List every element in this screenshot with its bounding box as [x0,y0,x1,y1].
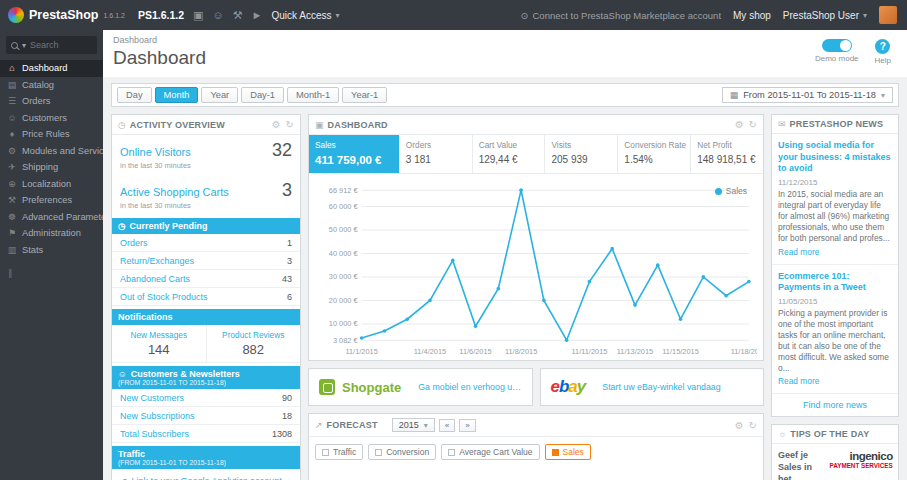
filter-month-1-button[interactable]: Month-1 [287,87,339,103]
returns-link[interactable]: Return/Exchanges [120,256,194,266]
kpi-label: Net Profit [697,140,757,150]
filter-day-1-button[interactable]: Day-1 [241,87,284,103]
out-of-stock-link[interactable]: Out of Stock Products [120,292,208,302]
help-button[interactable]: ? Help [875,39,891,65]
news-article-title-link[interactable]: Ecommerce 101: Payments in a Tweet [778,271,892,294]
product-reviews-cell[interactable]: Product Reviews 882 [206,325,301,362]
news-article: Ecommerce 101: Payments in a Tweet 11/05… [772,265,898,395]
cart-icon[interactable]: ▣ [193,9,203,22]
forecast-prev-button[interactable]: « [439,419,455,432]
rocket-icon[interactable]: ► [252,9,263,21]
kpi-cart-value-tab[interactable]: Cart Value 129,44 € [473,135,546,173]
kpi-sales-tab[interactable]: Sales 411 759,00 € [309,135,400,173]
kpi-orders-tab[interactable]: Orders 3 181 [400,135,473,173]
legend-dot-icon [715,188,722,195]
gear-icon[interactable]: ⚙ [735,420,744,431]
sidebar-item-advanced-parameters[interactable]: ☸Advanced Parameters [0,209,103,226]
user-name: PrestaShop User [783,10,859,21]
chart-legend[interactable]: Sales [715,186,747,196]
ebay-link[interactable]: Start uw eBay-winkel vandaag [602,382,720,392]
date-range-picker[interactable]: ▦ From 2015-11-01 To 2015-11-18 ▾ [722,87,893,103]
forecast-year-select[interactable]: 2015 ▾ [392,418,435,432]
prestashop-logo[interactable]: PrestaShop 1.6.1.2 [8,7,125,23]
sidebar-item-label: Stats [22,245,43,255]
wrench-icon[interactable]: ⚒ [233,9,243,22]
sidebar-item-orders[interactable]: ☰Orders [0,93,103,110]
new-customers-link[interactable]: New Customers [120,393,184,403]
globe-icon: ⊕ [7,179,17,189]
sidebar-item-label: Preferences [22,195,72,205]
kpi-label: Orders [406,140,466,150]
news-panel-header: ✉ PRESTASHOP NEWS [772,115,898,134]
forecast-sales-toggle[interactable]: Sales [545,444,591,460]
demo-mode-toggle[interactable]: Demo mode [815,39,859,63]
forecast-next-button[interactable]: » [459,419,475,432]
read-more-link[interactable]: Read more [778,247,819,257]
pending-orders-link[interactable]: Orders [120,238,148,248]
kpi-net-profit-tab[interactable]: Net Profit 148 918,51 € [691,135,763,173]
forecast-traffic-toggle[interactable]: Traffic [315,444,363,460]
sidebar-search[interactable]: ▾ [6,36,97,54]
search-input[interactable] [30,40,88,50]
shopgate-link[interactable]: Ga mobiel en verhoog uw omzet [418,382,521,392]
google-analytics-link[interactable]: ↗ Link to your Google Analytics account [112,469,300,480]
kpi-visits-tab[interactable]: Visits 205 939 [545,135,618,173]
catalog-icon: ▤ [7,80,17,90]
sidebar-item-label: Advanced Parameters [22,212,103,222]
user-menu[interactable]: PrestaShop User ▾ [783,10,867,21]
filter-month-button[interactable]: Month [155,87,199,103]
sidebar-item-shipping[interactable]: ✈Shipping [0,159,103,176]
new-subscriptions-link[interactable]: New Subscriptions [120,411,195,421]
avatar[interactable] [879,6,897,24]
gear-icon[interactable]: ⚙ [272,119,281,130]
kpi-conversion-rate-tab[interactable]: Conversion Rate 1.54% [618,135,691,173]
gear-icon[interactable]: ⚙ [735,119,744,130]
forecast-legend: Traffic Conversion Average Cart Value [309,437,763,467]
news-article-title-link[interactable]: Using social media for your business: 4 … [778,140,892,175]
toggle-switch[interactable] [822,39,852,52]
svg-text:11/8/2015: 11/8/2015 [505,347,537,356]
sidebar-item-catalog[interactable]: ▤Catalog [0,77,103,94]
checkbox-icon [322,449,329,456]
sidebar-item-customers[interactable]: ☺Customers [0,110,103,127]
product-reviews-value: 882 [209,342,299,357]
sidebar-item-preferences[interactable]: ⚒Preferences [0,192,103,209]
filter-day-button[interactable]: Day [117,87,152,103]
refresh-icon[interactable]: ↻ [749,119,757,130]
refresh-icon[interactable]: ↻ [749,420,757,431]
quick-access-menu[interactable]: Quick Access ▾ [271,10,339,21]
collapse-menu-icon[interactable]: ∥ [0,258,103,288]
marketplace-link[interactable]: ⊙ Connect to PrestaShop Marketplace acco… [521,10,722,21]
ebay-letter: e [551,377,559,396]
total-subscribers-link[interactable]: Total Subscribers [120,429,189,439]
online-visitors-link[interactable]: Online Visitors [120,146,191,158]
kpi-value: 205 939 [551,154,611,165]
active-carts-link[interactable]: Active Shopping Carts [120,186,229,198]
people-icon: ☺ [118,369,127,379]
sidebar-item-modules[interactable]: ⚙Modules and Services [0,143,103,160]
notifications-header: Notifications [112,309,300,325]
refresh-icon[interactable]: ↻ [286,119,294,130]
sidebar-item-price-rules[interactable]: ♦Price Rules [0,126,103,143]
breadcrumb[interactable]: Dashboard [113,35,206,45]
new-messages-cell[interactable]: New Messages 144 [112,325,206,362]
shop-name-link[interactable]: PS1.6.1.2 [138,9,184,21]
pending-orders-row: Orders 1 [112,234,300,252]
forecast-average-cart-value-toggle[interactable]: Average Cart Value [441,444,539,460]
news-article-excerpt: In 2015, social media are an integral pa… [778,189,892,244]
filter-year-button[interactable]: Year [201,87,238,103]
sidebar-item-dashboard[interactable]: ⌂Dashboard [0,60,103,77]
dashboard-panel-header: ▣ DASHBOARD ⚙ ↻ [309,115,763,135]
home-icon: ⌂ [7,63,17,73]
my-shop-link[interactable]: My shop [733,10,771,21]
read-more-link[interactable]: Read more [778,376,819,386]
chip-label: Sales [563,447,584,457]
sidebar-item-administration[interactable]: ⚑Administration [0,225,103,242]
sidebar-item-localization[interactable]: ⊕Localization [0,176,103,193]
customer-icon[interactable]: ☺ [212,9,223,21]
forecast-conversion-toggle[interactable]: Conversion [368,444,436,460]
find-more-news-link[interactable]: Find more news [772,394,898,416]
filter-year-1-button[interactable]: Year-1 [342,87,387,103]
sidebar-item-stats[interactable]: ▥Stats [0,242,103,259]
abandoned-carts-link[interactable]: Abandoned Carts [120,274,190,284]
